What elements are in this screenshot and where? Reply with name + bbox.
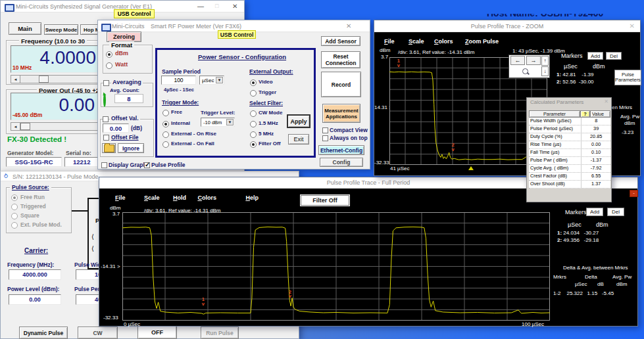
scroll-left-icon[interactable]: ◄ (11, 123, 20, 130)
radio-free-run[interactable] (11, 194, 18, 201)
radio-square[interactable] (11, 213, 18, 219)
close-icon[interactable]: ✕ (346, 22, 351, 30)
pan-down-button[interactable]: ↓ (541, 66, 549, 76)
menu-colors[interactable]: Colors (197, 194, 216, 201)
zeroing-button[interactable]: Zeroing (107, 32, 141, 42)
marker-add-button[interactable]: Add (586, 208, 603, 216)
pan-right-button[interactable]: → (526, 56, 541, 65)
full-period-plot[interactable]: 1v2v (122, 212, 550, 321)
radio-filter-15mhz[interactable] (250, 121, 257, 127)
power-scrollbar[interactable]: ◄ (11, 122, 98, 131)
cw-button[interactable]: CW (78, 327, 118, 339)
partial-between-mrkrs: en Mrkrs (612, 104, 632, 110)
help-icon[interactable]: ? (580, 110, 590, 118)
pulse-parameters-button[interactable]: Pulse Parameters (614, 70, 641, 85)
radio-trigger-ext-fall[interactable] (162, 141, 169, 148)
radio-filter-cw[interactable] (250, 110, 257, 117)
maximize-icon[interactable]: □ (215, 3, 218, 9)
pan-left-button[interactable]: ← (510, 56, 525, 65)
tab-main[interactable]: Main (9, 22, 41, 35)
measurement-applications-button[interactable]: Measurement Applications (322, 104, 360, 123)
power-scroll-thumb[interactable] (20, 123, 30, 130)
frequency-scroll-thumb[interactable] (39, 76, 49, 83)
radio-ext-video[interactable] (250, 79, 257, 86)
refresh-icon[interactable] (103, 93, 106, 107)
radio-trigger-internal[interactable] (162, 121, 169, 127)
trace-marker-icon[interactable]: 1v (201, 298, 206, 306)
exit-button[interactable]: Exit (288, 134, 309, 145)
offset-val-checkbox[interactable] (103, 116, 109, 122)
power-level-field[interactable]: 0.00 (9, 294, 61, 305)
offset-file-open-button[interactable] (102, 143, 116, 153)
marker-add-button[interactable]: Add (587, 52, 603, 60)
avg-count-label: Avg. Count: (110, 87, 139, 93)
radio-trigger-free[interactable] (162, 110, 169, 116)
sample-period-field[interactable]: 100 (161, 76, 196, 85)
radio-trigger-ext-rise[interactable] (162, 131, 169, 138)
zoom-tool-button[interactable] (510, 66, 541, 76)
table-row: Cycle Avg. ( dBm) -7.92 (529, 165, 610, 173)
frequency-mhz-field[interactable]: 4000.000 (9, 269, 61, 280)
radio-ext-pulse-mod[interactable] (11, 222, 18, 229)
offset-file-checkbox[interactable] (103, 135, 109, 141)
record-button[interactable]: Record (321, 72, 361, 97)
averaging-checkbox[interactable] (103, 80, 109, 86)
close-icon[interactable]: ✕ (604, 99, 608, 104)
close-icon[interactable]: ✕ (232, 3, 237, 10)
frequency-scrollbar[interactable]: ◄ (11, 75, 98, 83)
calc-params-titlebar: Calculated Parameters ✕ (527, 98, 611, 106)
config-button[interactable]: Config (320, 158, 363, 167)
menu-file[interactable]: File (115, 194, 126, 201)
trace-marker-icon[interactable]: 2v (450, 143, 455, 152)
marker-del-button[interactable]: Del (606, 52, 622, 60)
display-graph-checkbox[interactable] (101, 162, 107, 168)
menu-help[interactable]: Help (245, 194, 259, 201)
radio-filter-5mhz[interactable] (250, 131, 257, 138)
menu-zoom-pulse[interactable]: Zoom Pulse (465, 38, 499, 45)
trace-marker-icon[interactable]: 2v (287, 290, 293, 299)
generator-model-label: Generator Model: (7, 150, 53, 156)
close-icon[interactable]: ✕ (630, 22, 635, 30)
chevron-down-icon[interactable]: ▼ (226, 119, 234, 125)
radio-filter-15mhz-label: 1.5 MHz (259, 120, 278, 126)
tab-sweep-mode[interactable]: Sweep Mode (44, 24, 78, 35)
select-filter-label: Select Filter: (249, 100, 283, 106)
reset-connection-button[interactable]: Reset Connection (321, 51, 360, 68)
menu-colors[interactable]: Colors (434, 38, 453, 45)
sample-unit-dropdown[interactable]: µSec ▼ (199, 76, 224, 85)
run-pulse-button[interactable]: Run Pulse (201, 327, 239, 339)
always-on-top-checkbox[interactable] (322, 135, 328, 141)
menu-file[interactable]: File (384, 38, 395, 45)
minimize-icon[interactable]: — (197, 3, 204, 10)
apply-button[interactable]: Apply (287, 114, 310, 128)
filter-off-button[interactable]: Filter Off (301, 195, 349, 206)
menu-scale[interactable]: Scale (144, 194, 160, 201)
radio-filter-off[interactable] (250, 141, 257, 148)
marker-del-button[interactable]: Del (607, 208, 624, 216)
minimize-button[interactable]: - (630, 190, 638, 197)
off-button[interactable]: OFF (137, 325, 177, 339)
radio-ext-trigger[interactable] (250, 90, 257, 97)
trace-marker-icon[interactable]: 1v (396, 59, 401, 68)
ignore-button[interactable]: Ignore (118, 143, 144, 153)
delta-col-dbm: dBm (616, 281, 627, 287)
avg-count-field[interactable]: 8 (114, 94, 143, 103)
menu-hold[interactable]: Hold (173, 194, 186, 201)
scroll-left-icon[interactable]: ◄ (11, 76, 20, 83)
offset-value-field[interactable]: 0.00 (103, 124, 129, 133)
add-sensor-button[interactable]: Add Sensor (321, 36, 360, 46)
dynamic-pulse-button[interactable]: Dynamic Pulse (19, 327, 68, 339)
zoom-trace-menubar: File Scale Colors Zoom Pulse (384, 34, 510, 46)
pan-up-button[interactable]: ↑ (541, 56, 549, 66)
pulse-profile-checkbox[interactable] (144, 162, 150, 168)
y-axis-units: dBm (110, 205, 120, 211)
menu-scale[interactable]: Scale (409, 38, 424, 45)
marker-arrow-icon: v (397, 62, 400, 68)
ethernet-config-button[interactable]: Ethernet-Config (318, 145, 364, 155)
radio-dbm[interactable] (106, 51, 112, 58)
trigger-level-dropdown[interactable]: -10 dBm ▼ (201, 118, 235, 127)
compact-view-checkbox[interactable] (322, 127, 328, 133)
radio-watt[interactable] (106, 62, 112, 69)
chevron-down-icon[interactable]: ▼ (216, 77, 223, 83)
radio-triggered[interactable] (11, 204, 18, 210)
